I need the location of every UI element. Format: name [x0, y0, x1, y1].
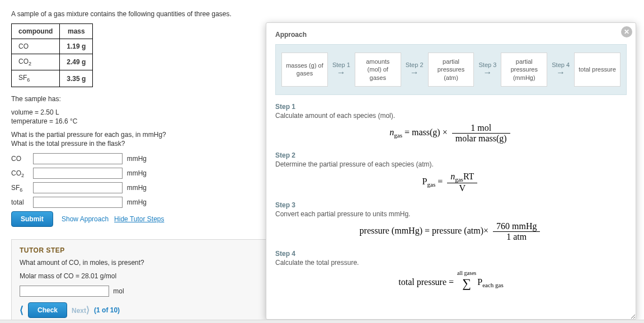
- step1-title: Step 1: [275, 103, 627, 111]
- close-icon[interactable]: ✕: [621, 26, 632, 37]
- step2-title: Step 2: [275, 151, 627, 159]
- tutor-input[interactable]: [20, 286, 109, 297]
- step3-title: Step 3: [275, 201, 627, 209]
- flow-box-4: partial pressures (mmHg): [501, 53, 547, 87]
- approach-flow: masses (g) of gases Step 1→ amounts (mol…: [275, 44, 627, 95]
- input-co[interactable]: [33, 153, 123, 164]
- flow-step-1: Step 1→: [331, 53, 351, 87]
- flow-step-3: Step 3→: [477, 53, 497, 87]
- footer-divider: [0, 320, 644, 323]
- input-sf6[interactable]: [33, 182, 123, 193]
- equation-step4: total pressure = all gases ∑ Peach gas: [275, 270, 627, 291]
- label-sf6: SF6: [11, 184, 31, 193]
- cell-compound-sf6: SF6: [12, 70, 60, 87]
- show-approach-link[interactable]: Show Approach: [62, 215, 109, 223]
- approach-step1: Step 1 Calculate amount of each species …: [275, 103, 627, 144]
- cell-mass-sf6: 3.35 g: [60, 70, 93, 87]
- unit-sf6: mmHg: [127, 184, 147, 192]
- compound-table: compound mass CO 1.19 g CO2 2.49 g SF6 3…: [11, 23, 93, 87]
- prev-arrow-icon[interactable]: ⟨: [20, 304, 23, 316]
- table-row: CO2 2.49 g: [12, 54, 93, 70]
- label-co2: CO2: [11, 169, 31, 178]
- flow-box-3: partial pressures (atm): [428, 53, 474, 87]
- tutor-unit: mol: [113, 287, 124, 295]
- th-mass: mass: [60, 24, 93, 39]
- step4-desc: Calculate the total pressure.: [275, 259, 627, 267]
- cell-compound-co: CO: [12, 39, 60, 54]
- step-counter: (1 of 10): [94, 306, 120, 314]
- step1-desc: Calculate amount of each species (mol).: [275, 112, 627, 120]
- step3-desc: Convert each partial pressure to units m…: [275, 210, 627, 218]
- step2-desc: Determine the partial pressure of each s…: [275, 160, 627, 168]
- equation-step3: pressure (mmHg) = pressure (atm)× 760 mm…: [275, 221, 627, 242]
- step4-title: Step 4: [275, 250, 627, 258]
- flow-box-1: masses (g) of gases: [281, 53, 328, 87]
- label-co: CO: [11, 155, 31, 163]
- unit-total: mmHg: [127, 198, 147, 206]
- flow-step-4: Step 4→: [551, 53, 571, 87]
- cell-mass-co: 1.19 g: [60, 39, 93, 54]
- equation-step2: Pgas = ngasRTV: [275, 172, 627, 193]
- next-button-disabled: Next⟩: [72, 305, 90, 315]
- hide-tutor-link[interactable]: Hide Tutor Steps: [114, 215, 164, 223]
- unit-co: mmHg: [127, 155, 147, 163]
- flow-step-2: Step 2→: [405, 53, 425, 87]
- table-row: SF6 3.35 g: [12, 70, 93, 87]
- table-row: CO 1.19 g: [12, 39, 93, 54]
- question-intro: A sample of a gas mixture contains the f…: [11, 10, 633, 18]
- submit-button[interactable]: Submit: [11, 211, 53, 227]
- approach-step2: Step 2 Determine the partial pressure of…: [275, 151, 627, 193]
- cell-mass-co2: 2.49 g: [60, 54, 93, 70]
- input-total[interactable]: [33, 197, 123, 208]
- label-total: total: [11, 198, 31, 206]
- approach-panel: ✕ Approach masses (g) of gases Step 1→ a…: [266, 22, 636, 320]
- equation-step1: ngas = mass(g) × 1 molmolar mass(g): [275, 123, 627, 144]
- unit-co2: mmHg: [127, 169, 147, 177]
- input-co2[interactable]: [33, 168, 123, 179]
- approach-step4: Step 4 Calculate the total pressure. tot…: [275, 250, 627, 291]
- flow-box-5: total pressure: [574, 53, 621, 87]
- approach-step3: Step 3 Convert each partial pressure to …: [275, 201, 627, 242]
- approach-title: Approach: [275, 31, 627, 39]
- cell-compound-co2: CO2: [12, 54, 60, 70]
- check-button[interactable]: Check: [28, 302, 67, 318]
- flow-box-2: amounts (mol) of gases: [355, 53, 401, 87]
- th-compound: compound: [12, 24, 60, 39]
